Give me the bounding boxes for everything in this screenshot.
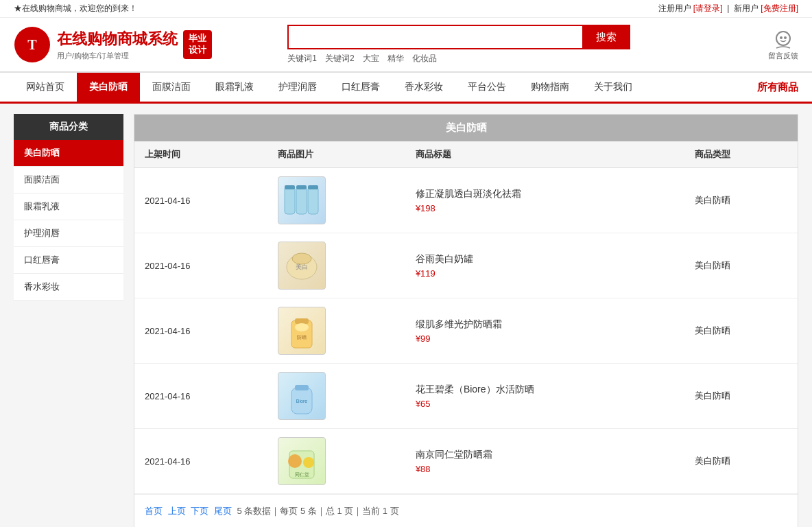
sidebar-item-lipstick[interactable]: 口红唇膏 (14, 247, 123, 274)
product-title-3: 缎肌多维光护防晒霜 (416, 318, 674, 331)
logo-title: 在线购物商城系统 (57, 29, 178, 49)
product-image-cell (267, 168, 405, 233)
search-row: 搜索 (287, 25, 630, 49)
svg-text:Biore: Biore (296, 399, 307, 403)
product-image-svg-3: 防晒 (281, 310, 322, 351)
product-image-cell: 防晒 (267, 298, 405, 364)
page-next[interactable]: 下页 (191, 506, 208, 516)
svg-rect-15 (295, 318, 309, 324)
product-info: 谷雨美白奶罐 ¥119 (405, 233, 684, 298)
product-date: 2021-04-16 (134, 429, 267, 494)
th-title: 商品标题 (405, 141, 684, 168)
login-link[interactable]: [请登录] (693, 3, 723, 13)
nav-item-eyecream[interactable]: 眼霜乳液 (203, 73, 266, 104)
sidebar-item-whitening[interactable]: 美白防晒 (14, 140, 123, 167)
svg-rect-8 (285, 185, 295, 189)
main-content: 商品分类 美白防晒 面膜洁面 眼霜乳液 护理润唇 口红唇膏 香水彩妆 美白防晒 … (0, 104, 812, 527)
product-price-3: ¥99 (416, 333, 674, 344)
product-image-4: Biore (278, 372, 326, 420)
search-tag-1[interactable]: 关键词1 (287, 53, 317, 65)
sidebar-item-mask[interactable]: 面膜洁面 (14, 167, 123, 194)
product-image-svg-4: Biore (281, 375, 322, 417)
search-tags: 关键词1 关键词2 大宝 精华 化妆品 (287, 53, 436, 65)
search-tag-5[interactable]: 化妆品 (412, 53, 437, 65)
product-area-title: 美白防晒 (134, 115, 798, 141)
svg-point-16 (295, 323, 309, 331)
sidebar-item-eyecream[interactable]: 眼霜乳液 (14, 194, 123, 220)
sidebar-title: 商品分类 (14, 114, 123, 140)
auth-links: 注册用户 [请登录] | 新用户 [免费注册] (658, 3, 798, 14)
pagination: 首页 上页 下页 尾页 5 条数据｜每页 5 条｜总 1 页｜当前 1 页 (134, 494, 798, 527)
top-bar: ★在线购物商城，欢迎您的到来！ 注册用户 [请登录] | 新用户 [免费注册] (0, 0, 812, 18)
page-prev[interactable]: 上页 (168, 506, 186, 516)
th-type: 商品类型 (684, 141, 798, 168)
feedback-label: 留言反馈 (768, 51, 798, 61)
table-header-row: 上架时间 商品图片 商品标题 商品类型 (134, 141, 798, 168)
search-tag-2[interactable]: 关键词2 (325, 53, 355, 65)
svg-text:美白: 美白 (296, 264, 308, 270)
svg-rect-5 (285, 187, 295, 214)
logo-icon: T (14, 26, 51, 64)
svg-rect-19 (295, 385, 309, 390)
nav-item-whitening[interactable]: 美白防晒 (77, 73, 140, 104)
product-info: 南京同仁堂防晒霜 ¥88 (405, 429, 684, 494)
svg-point-4 (784, 36, 787, 39)
nav-item-perfume[interactable]: 香水彩妆 (392, 73, 455, 104)
feedback-area[interactable]: 留言反馈 (768, 29, 798, 61)
page-first[interactable]: 首页 (145, 506, 163, 516)
svg-point-3 (780, 36, 783, 39)
pagination-info: 5 条数据｜每页 5 条｜总 1 页｜当前 1 页 (237, 506, 399, 516)
product-image-cell: 美白 (267, 233, 405, 298)
svg-text:防晒: 防晒 (297, 335, 307, 340)
product-info: 修正凝肌透白斑淡化祛霜 ¥198 (405, 168, 684, 233)
product-image-cell: 同仁堂 (267, 429, 405, 494)
product-info: 缎肌多维光护防晒霜 ¥99 (405, 298, 684, 364)
search-area: 搜索 关键词1 关键词2 大宝 精华 化妆品 (287, 25, 630, 65)
product-title-5: 南京同仁堂防晒霜 (416, 449, 674, 461)
nav-item-lipcare[interactable]: 护理润唇 (266, 73, 329, 104)
product-image-cell: Biore (267, 364, 405, 429)
svg-point-12 (292, 253, 311, 264)
product-image-svg-2: 美白 (281, 245, 322, 286)
feedback-icon (772, 29, 794, 51)
nav-all-products[interactable]: 所有商品 (757, 81, 798, 94)
nav-item-lipstick[interactable]: 口红唇膏 (329, 73, 392, 104)
sidebar-item-perfume[interactable]: 香水彩妆 (14, 274, 123, 301)
nav-item-home[interactable]: 网站首页 (14, 73, 77, 104)
product-date: 2021-04-16 (134, 233, 267, 298)
product-title-4: 花王碧柔（Biore）水活防晒 (416, 384, 674, 396)
table-row: 2021-04-16 Biore 花王碧柔（Biore）水活防晒 ¥65 (134, 364, 798, 429)
table-row: 2021-04-16 防晒 缎肌多维光护防晒霜 (134, 298, 798, 364)
product-image-2: 美白 (278, 242, 326, 290)
product-date: 2021-04-16 (134, 168, 267, 233)
nav-item-about[interactable]: 关于我们 (582, 73, 645, 104)
sidebar-item-lipcare[interactable]: 护理润唇 (14, 220, 123, 247)
product-type: 美白防晒 (684, 233, 798, 298)
table-row: 2021-04-16 美白 谷雨美白奶罐 ¥119 (134, 233, 798, 298)
product-image-5: 同仁堂 (278, 437, 326, 485)
register-link[interactable]: [免费注册] (761, 3, 798, 13)
search-tag-3[interactable]: 大宝 (363, 53, 379, 65)
product-type: 美白防晒 (684, 429, 798, 494)
nav-item-mask[interactable]: 面膜洁面 (140, 73, 203, 104)
search-tag-4[interactable]: 精华 (387, 53, 404, 65)
nav-item-guide[interactable]: 购物指南 (518, 73, 582, 104)
product-image-3: 防晒 (278, 307, 326, 355)
product-date: 2021-04-16 (134, 364, 267, 429)
page-last[interactable]: 尾页 (214, 506, 232, 516)
search-input[interactable] (287, 25, 582, 49)
product-type: 美白防晒 (684, 364, 798, 429)
product-table: 上架时间 商品图片 商品标题 商品类型 2021-04-16 (134, 141, 798, 494)
sidebar: 商品分类 美白防晒 面膜洁面 眼霜乳液 护理润唇 口红唇膏 香水彩妆 (14, 114, 123, 527)
header: T 在线购物商城系统 用户/购物车/订单管理 毕业 设计 搜索 关键词1 关键词… (0, 18, 812, 73)
search-button[interactable]: 搜索 (582, 25, 630, 49)
svg-point-22 (288, 454, 302, 468)
logo-subtitle: 用户/购物车/订单管理 (57, 51, 178, 61)
product-title-2: 谷雨美白奶罐 (416, 253, 674, 266)
svg-rect-9 (296, 185, 307, 189)
logo-area: T 在线购物商城系统 用户/购物车/订单管理 毕业 设计 (14, 26, 212, 64)
svg-text:同仁堂: 同仁堂 (294, 472, 309, 477)
nav-item-announcement[interactable]: 平台公告 (455, 73, 518, 104)
logo-text: 在线购物商城系统 用户/购物车/订单管理 (57, 29, 178, 61)
th-image: 商品图片 (267, 141, 405, 168)
